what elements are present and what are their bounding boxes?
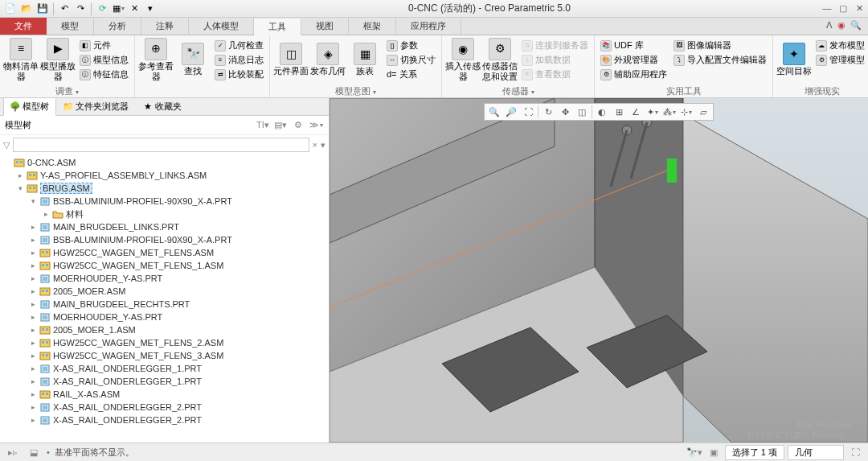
msg-log-button[interactable]: ≡消息日志 xyxy=(212,53,266,67)
tree-node[interactable]: ▸MAIN_BRUGDEEL_LINKS.PRT xyxy=(0,220,329,233)
clear-filter-icon[interactable]: × xyxy=(313,140,317,150)
tree-node[interactable]: ▸MOERHOUDER_Y-AS.PRT xyxy=(0,311,329,323)
tree-node[interactable]: ▸X-AS_RAIL_ONDERLEGGER_2.PRT xyxy=(0,401,329,414)
tree-node[interactable]: ▸HGW25CC_WAGEN_MET_FLENS_1.ASM xyxy=(0,259,329,272)
expand-icon[interactable]: ▸ xyxy=(29,313,37,321)
regenerate-icon[interactable]: ⟳ xyxy=(95,2,109,16)
ribbon-min-icon[interactable]: ᐱ xyxy=(826,20,833,32)
minimize-icon[interactable]: — xyxy=(821,3,833,14)
filter-icon[interactable]: ⚙ xyxy=(290,118,306,133)
publish-model-button[interactable]: ☁发布模型 xyxy=(813,39,867,52)
tree-node[interactable]: ▸X-AS_RAIL_ONDERLEGGER_1.PRT xyxy=(0,375,329,388)
collapse-nav-icon[interactable]: ▸▹ xyxy=(5,445,21,459)
file-tab[interactable]: 文件 xyxy=(0,18,47,35)
feature-info-button[interactable]: ⓘ特征信息 xyxy=(77,68,131,81)
tree-node[interactable]: ▸HGW25CC_WAGEN_MET_FLENS.ASM xyxy=(0,246,329,259)
geometry-filter[interactable]: 几何 xyxy=(788,445,844,460)
comp-interface-button[interactable]: ◫元件界面 xyxy=(273,37,309,82)
tab-annotate[interactable]: 注释 xyxy=(141,18,189,35)
tree-node[interactable]: ▾BSB-ALUMINIUM-PROFIEL-90X90_X-A.PRT xyxy=(0,195,329,208)
datum-display-icon[interactable]: ⊞ xyxy=(611,105,627,119)
tab-analysis[interactable]: 分析 xyxy=(94,18,141,35)
family-table-button[interactable]: ▦族表 xyxy=(347,37,383,82)
close-win-icon[interactable]: ✕ xyxy=(127,2,141,16)
qat-dropdown-icon[interactable]: ▾ xyxy=(143,2,158,16)
tab-apps[interactable]: 应用程序 xyxy=(396,18,461,35)
expand-icon[interactable]: ▸ xyxy=(29,377,37,385)
show-icon[interactable]: ▤▾ xyxy=(272,118,289,133)
udf-lib-button[interactable]: 📚UDF 库 xyxy=(598,39,669,52)
display-style-icon[interactable]: ◐ xyxy=(594,105,610,119)
plane-display-icon[interactable]: ▱ xyxy=(695,105,711,119)
expand-icon[interactable]: ▸ xyxy=(42,210,50,218)
relations-button[interactable]: d= 关系 xyxy=(384,68,438,81)
full-screen-icon[interactable]: ⛶ xyxy=(847,445,863,459)
expand-icon[interactable]: ▸ xyxy=(29,364,37,373)
expand-icon[interactable]: ▸ xyxy=(29,326,37,334)
tree-node[interactable]: ▸HGW25CC_WAGEN_MET_FLENS_3.ASM xyxy=(0,349,329,362)
model-player-button[interactable]: ▶模型播放器 xyxy=(40,37,76,82)
expand-icon[interactable]: ▸ xyxy=(29,274,37,282)
geom-check-button[interactable]: ✓几何检查 xyxy=(212,39,266,52)
filter-input[interactable] xyxy=(13,138,309,152)
point-display-icon[interactable]: ⁂ xyxy=(661,105,678,119)
browser-icon[interactable]: ⬓ xyxy=(26,445,42,459)
tree-node[interactable]: ▸HGW25CC_WAGEN_MET_FLENS_2.ASM xyxy=(0,336,329,349)
axis-display-icon[interactable]: ✦ xyxy=(645,105,661,119)
expand-icon[interactable]: ▸ xyxy=(29,390,37,398)
tab-manikin[interactable]: 人体模型 xyxy=(189,18,254,35)
selection-count[interactable]: 选择了 1 项 xyxy=(725,445,784,460)
import-profile-button[interactable]: ⤵导入配置文件编辑器 xyxy=(671,53,769,67)
named-views-icon[interactable]: ◫ xyxy=(574,105,590,119)
find-status-icon[interactable]: 🔭▾ xyxy=(686,445,702,459)
ref-viewer-button[interactable]: ⊕参考查看器 xyxy=(138,37,174,82)
parameters-button[interactable]: []参数 xyxy=(384,39,438,52)
expand-icon[interactable]: ▸ xyxy=(29,261,37,270)
expand-icon[interactable]: ▸ xyxy=(29,287,37,295)
appearance-mgr-button[interactable]: 🎨外观管理器 xyxy=(598,53,669,67)
tab-model[interactable]: 模型 xyxy=(47,18,94,35)
expand-icon[interactable]: ▸ xyxy=(29,352,37,360)
expand-icon[interactable]: ▾ xyxy=(29,197,37,205)
refit-icon[interactable]: ⛶ xyxy=(520,105,536,119)
expand-icon[interactable]: ▸ xyxy=(29,223,37,231)
csys-display-icon[interactable]: ⊹ xyxy=(678,105,694,119)
expand-icon[interactable]: ▸ xyxy=(29,300,37,308)
zoom-out-icon[interactable]: 🔎 xyxy=(503,105,519,119)
graphics-viewport[interactable]: 🔍 🔎 ⛶ ↻ ✥ ◫ ◐ ⊞ ∠ ✦ ⁂ ⊹ ▱ xyxy=(330,98,868,442)
tab-framework[interactable]: 框架 xyxy=(349,18,396,35)
settings-icon[interactable]: TI▾ xyxy=(255,118,271,133)
undo-icon[interactable]: ↶ xyxy=(57,2,72,16)
search-help-icon[interactable]: 🔍 xyxy=(850,20,862,32)
expand-icon[interactable]: ▸ xyxy=(29,236,37,244)
annotation-display-icon[interactable]: ∠ xyxy=(628,105,644,119)
tree-node[interactable]: 0-CNC.ASM xyxy=(0,156,329,169)
zoom-in-icon[interactable]: 🔍 xyxy=(486,105,502,119)
tab-view[interactable]: 视图 xyxy=(301,18,349,35)
tree-node[interactable]: ▸材料 xyxy=(0,208,329,220)
tree-node[interactable]: ▸2005_MOER_1.ASM xyxy=(0,323,329,336)
compare-asm-button[interactable]: ⇄比较装配 xyxy=(212,68,266,81)
tab-tools[interactable]: 工具 xyxy=(254,19,301,35)
model-info-button[interactable]: ⓘ模型信息 xyxy=(77,53,131,67)
open-icon[interactable]: 📂 xyxy=(19,2,34,16)
tree-node[interactable]: ▸2005_MOER.ASM xyxy=(0,285,329,298)
close-icon[interactable]: ✕ xyxy=(854,3,865,14)
expand-icon[interactable]: ▸ xyxy=(29,416,37,424)
filter-dropdown-icon[interactable]: ▾ xyxy=(321,140,326,150)
new-icon[interactable]: 📄 xyxy=(3,2,18,16)
publish-geom-button[interactable]: ◈发布几何 xyxy=(310,37,346,82)
windows-icon[interactable]: ▦ xyxy=(111,2,125,16)
save-icon[interactable]: 💾 xyxy=(35,2,50,16)
bom-button[interactable]: ≡物料清单器 xyxy=(3,37,39,82)
insert-sensor-button[interactable]: ◉插入传感器 xyxy=(445,37,481,82)
model-tree-tab[interactable]: 🌳模型树 xyxy=(3,97,56,116)
selection-filter-icon[interactable]: ▣ xyxy=(706,445,722,459)
filter-funnel-icon[interactable]: ▽ xyxy=(3,140,10,150)
sensor-settings-button[interactable]: ⚙传感器信息和设置 xyxy=(482,37,518,82)
expand-icon[interactable]: ▸ xyxy=(29,249,37,257)
favorites-tab[interactable]: ★收藏夹 xyxy=(136,97,189,116)
component-button[interactable]: ◧元件 xyxy=(77,39,131,52)
spin-icon[interactable]: ↻ xyxy=(540,105,556,119)
maximize-icon[interactable]: ▢ xyxy=(837,3,849,14)
